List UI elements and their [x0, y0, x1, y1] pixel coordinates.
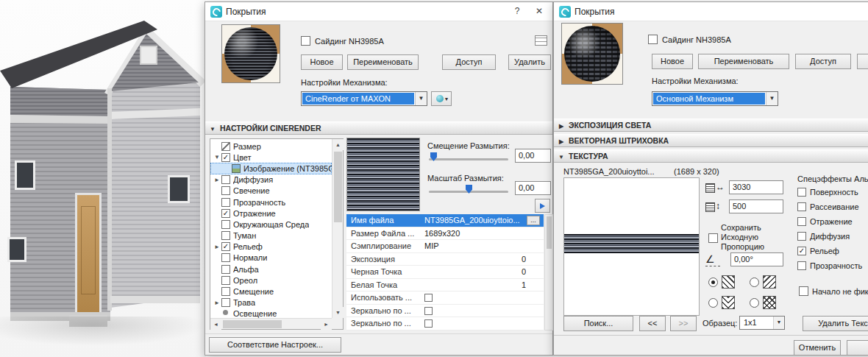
tree-item-14[interactable]: ►Трава	[210, 297, 332, 308]
texture-thumbnail[interactable]	[346, 138, 420, 211]
render-engine-menu-button[interactable]: ▼	[431, 91, 452, 106]
scroll-down-icon[interactable]: ▼	[332, 307, 344, 318]
tree-item-checkbox[interactable]	[221, 253, 230, 262]
property-value[interactable]: MIP	[424, 240, 522, 253]
table-scrollbar[interactable]	[544, 214, 553, 331]
tree-item-checkbox[interactable]	[221, 231, 230, 240]
section-cinerender-settings[interactable]: ▼НАСТРОЙКИ CINERENDER	[205, 121, 552, 135]
scrollbar-thumb[interactable]	[547, 216, 552, 249]
blur-scale-field[interactable]: 0,00	[515, 181, 551, 195]
property-value[interactable]: 1689x320	[424, 227, 522, 241]
property-row-1[interactable]: Размер Файла ...1689x320	[346, 227, 544, 241]
section-vectorial-hatching[interactable]: ▶ВЕКТОРНАЯ ШТРИХОВКА	[554, 134, 868, 147]
tree-item-1[interactable]: ▼✓Цвет	[210, 152, 332, 163]
rename-button[interactable]: Переименовать	[698, 54, 789, 69]
blur-offset-field[interactable]: 0,00	[515, 149, 551, 163]
close-button[interactable]: ✕	[529, 2, 549, 21]
tree-item-checkbox[interactable]	[221, 186, 230, 195]
alpha-effect-4[interactable]: ✓Рельеф	[797, 244, 868, 258]
titlebar[interactable]: Покрытия	[554, 2, 868, 21]
texture-width-field[interactable]: 3030	[729, 180, 783, 194]
tree-item-10[interactable]: Нормали	[210, 252, 332, 264]
delete-button[interactable]: Удалить	[508, 54, 551, 70]
alpha-effect-checkbox[interactable]	[797, 188, 806, 197]
tree-item-2[interactable]: Изображение (NT3985GA_200	[210, 163, 332, 174]
property-row-6[interactable]: Использовать ...	[346, 291, 544, 305]
access-button[interactable]: Доступ	[442, 54, 496, 70]
tree-item-12[interactable]: Ореол	[210, 275, 332, 286]
scrollbar-thumb[interactable]	[334, 152, 342, 222]
rename-button[interactable]: Переименовать	[347, 54, 419, 70]
search-button[interactable]: Поиск...	[563, 316, 633, 331]
property-row-4[interactable]: Черная Точка0	[346, 266, 544, 279]
texture-height-field[interactable]: 500	[729, 199, 783, 213]
new-button[interactable]: Новое	[301, 54, 343, 70]
tree-horizontal-scrollbar[interactable]: ◄ ►	[210, 318, 332, 329]
property-row-0[interactable]: Имя файлаNT3985GA_200uioyttoio......	[346, 214, 544, 227]
section-light-exposure[interactable]: ▶ЭКСПОЗИЦИЯ СВЕТА	[554, 119, 868, 132]
material-name-checkbox[interactable]	[648, 35, 658, 44]
alpha-effect-checkbox[interactable]: ✓	[797, 247, 806, 255]
scroll-left-icon[interactable]: ◄	[210, 319, 221, 330]
tree-vertical-scrollbar[interactable]: ▲ ▼	[332, 139, 343, 318]
new-button[interactable]: Новое	[652, 54, 693, 69]
property-row-7[interactable]: Зеркально по ...	[346, 305, 544, 318]
property-value[interactable]: 0	[424, 253, 526, 266]
tree-item-checkbox[interactable]	[221, 220, 230, 229]
browse-button[interactable]: ...	[527, 216, 540, 225]
help-button[interactable]: ?	[507, 2, 527, 21]
property-value[interactable]: 0	[424, 266, 526, 279]
mirror-option-radio-3[interactable]	[750, 298, 759, 308]
tree-item-checkbox[interactable]	[221, 298, 230, 307]
texture-preview-box[interactable]	[563, 177, 700, 316]
mirror-option-radio-0[interactable]	[708, 278, 718, 287]
cancel-button[interactable]: Отменить	[794, 340, 841, 356]
delete-texture-button[interactable]: Удалить Текс	[803, 316, 868, 331]
scrollbar-thumb[interactable]	[223, 320, 282, 328]
alpha-effect-checkbox[interactable]	[797, 232, 806, 241]
material-info-icon[interactable]	[535, 35, 547, 46]
alpha-effect-checkbox[interactable]	[797, 261, 806, 270]
chevron-right-icon[interactable]: ►	[213, 300, 221, 306]
alpha-effect-checkbox[interactable]	[797, 202, 806, 211]
material-preview[interactable]	[221, 24, 280, 83]
engine-combobox[interactable]: CineRender от MAXON ▼	[301, 91, 427, 106]
blur-offset-slider[interactable]	[429, 158, 508, 160]
tree-item-0[interactable]: Размер	[210, 141, 332, 152]
property-value[interactable]: NT3985GA_200uioyttoio...	[424, 214, 522, 227]
property-checkbox[interactable]	[424, 307, 433, 315]
property-row-3[interactable]: Экспозиция0	[346, 253, 544, 266]
tree-item-11[interactable]: Альфа	[210, 264, 332, 275]
previous-button[interactable]: <<	[639, 316, 666, 331]
tree-item-checkbox[interactable]	[221, 265, 230, 274]
scroll-up-icon[interactable]: ▲	[332, 139, 344, 150]
tree-item-7[interactable]: Окружающая Среда	[210, 219, 332, 230]
property-row-5[interactable]: Белая Точка1	[346, 279, 544, 292]
material-preview[interactable]	[561, 23, 623, 85]
tree-item-checkbox[interactable]	[221, 198, 230, 207]
mirror-option-radio-1[interactable]	[750, 278, 759, 287]
tree-item-3[interactable]: ►Диффузия	[210, 174, 332, 185]
property-row-2[interactable]: СэмплированиеMIP	[346, 240, 544, 253]
chevron-right-icon[interactable]: ►	[213, 177, 221, 183]
property-checkbox[interactable]	[424, 294, 433, 302]
tree-item-checkbox[interactable]	[221, 175, 230, 184]
next-button[interactable]: >>	[670, 316, 697, 331]
partial-delete-button[interactable]	[857, 54, 868, 69]
property-row-8[interactable]: Зеркально по ...	[346, 317, 544, 331]
property-value[interactable]: 1	[424, 279, 526, 292]
sample-dropdown[interactable]: 1x1▼	[739, 316, 785, 330]
alpha-effect-2[interactable]: Отражение	[797, 214, 868, 229]
tree-item-checkbox[interactable]	[221, 287, 230, 296]
alpha-effect-5[interactable]: Прозрачность	[797, 258, 868, 273]
scroll-right-icon[interactable]: ►	[321, 319, 332, 330]
alpha-effect-1[interactable]: Рассеивание	[797, 199, 868, 214]
tree-item-8[interactable]: Туман	[210, 230, 332, 241]
tree-item-13[interactable]: Смещение	[210, 286, 332, 297]
alpha-effect-0[interactable]: Поверхность	[797, 185, 868, 199]
rotation-angle-field[interactable]: 0,00°	[730, 252, 783, 266]
settings-match-button[interactable]: Соответствие Настроек...	[209, 337, 341, 353]
titlebar[interactable]: Покрытия ? ✕	[205, 2, 552, 21]
chevron-down-icon[interactable]: ▼	[213, 154, 221, 160]
access-button[interactable]: Доступ	[795, 54, 851, 69]
